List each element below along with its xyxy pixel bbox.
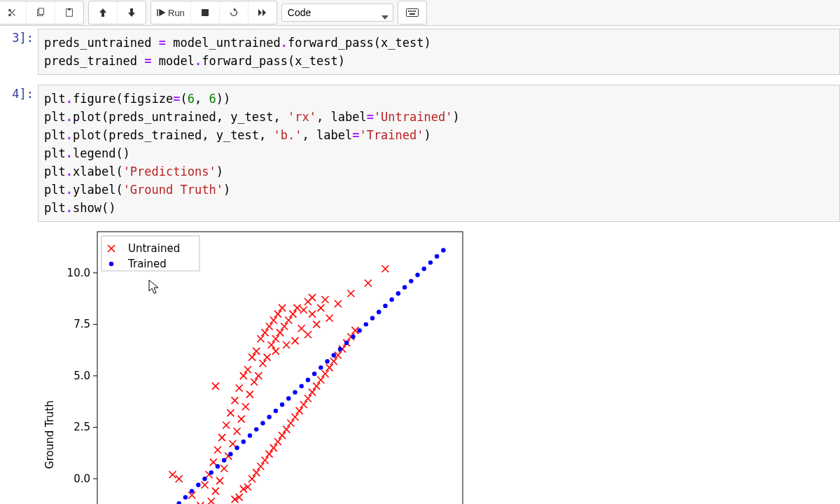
svg-point-295 xyxy=(344,341,349,345)
svg-point-296 xyxy=(351,335,355,339)
svg-point-297 xyxy=(357,328,361,332)
svg-point-298 xyxy=(364,322,368,326)
svg-rect-8 xyxy=(412,10,414,12)
move-down-button[interactable] xyxy=(118,1,146,24)
svg-text:5.0: 5.0 xyxy=(74,370,90,382)
svg-point-303 xyxy=(396,291,400,295)
svg-rect-5 xyxy=(406,9,418,17)
arrow-down-icon xyxy=(127,8,136,18)
svg-point-277 xyxy=(228,451,232,456)
svg-point-280 xyxy=(248,433,252,438)
run-button[interactable]: Run xyxy=(151,1,191,24)
celltype-select[interactable]: Code xyxy=(281,4,393,22)
svg-rect-9 xyxy=(414,10,416,12)
paste-button[interactable] xyxy=(55,1,83,24)
svg-point-275 xyxy=(216,464,220,468)
svg-point-290 xyxy=(312,372,316,376)
svg-rect-10 xyxy=(410,13,415,15)
svg-point-304 xyxy=(402,285,407,289)
svg-point-270 xyxy=(183,495,188,499)
svg-rect-6 xyxy=(408,10,410,12)
fast-forward-icon xyxy=(258,8,267,17)
svg-text:0.0: 0.0 xyxy=(74,472,90,485)
svg-point-278 xyxy=(234,446,239,450)
svg-text:7.5: 7.5 xyxy=(74,318,90,330)
svg-rect-11 xyxy=(97,232,463,504)
svg-point-291 xyxy=(318,365,323,370)
clipboard-group xyxy=(0,1,84,24)
cut-button[interactable] xyxy=(0,1,27,24)
copy-icon xyxy=(36,8,46,18)
svg-point-274 xyxy=(209,470,214,475)
svg-point-307 xyxy=(422,267,426,271)
restart-button[interactable] xyxy=(220,1,248,24)
svg-rect-1 xyxy=(38,8,43,15)
svg-point-288 xyxy=(300,384,304,388)
cell-3-prompt: 3]: xyxy=(0,29,38,75)
svg-text:Untrained: Untrained xyxy=(128,242,180,255)
cell-3-code[interactable]: preds_untrained = model_untrained.forwar… xyxy=(38,29,840,75)
scissors-icon xyxy=(7,8,17,18)
svg-point-281 xyxy=(254,427,258,431)
svg-point-282 xyxy=(260,421,265,425)
svg-point-293 xyxy=(332,353,336,357)
svg-point-301 xyxy=(383,304,387,308)
svg-text:Ground Truth: Ground Truth xyxy=(43,400,56,469)
svg-rect-3 xyxy=(68,8,71,10)
svg-point-279 xyxy=(241,440,246,444)
svg-rect-4 xyxy=(202,9,209,16)
command-palette-button[interactable] xyxy=(398,1,426,24)
cell-4-output: -2.50.02.55.07.510.0Ground TruthUntraine… xyxy=(38,225,840,504)
keyboard-icon xyxy=(406,8,419,17)
restart-icon xyxy=(229,8,239,18)
toolbar: Run Code xyxy=(0,0,840,26)
svg-point-285 xyxy=(280,402,284,407)
copy-button[interactable] xyxy=(27,1,55,24)
svg-point-300 xyxy=(377,310,381,314)
svg-text:10.0: 10.0 xyxy=(67,267,90,279)
command-palette-group xyxy=(398,1,427,24)
svg-point-306 xyxy=(415,273,419,277)
svg-point-308 xyxy=(428,260,433,265)
svg-point-273 xyxy=(202,477,206,481)
svg-point-289 xyxy=(306,378,310,382)
interrupt-button[interactable] xyxy=(191,1,220,24)
svg-point-294 xyxy=(338,346,342,351)
svg-point-272 xyxy=(196,483,200,487)
stop-icon xyxy=(201,8,209,17)
svg-point-271 xyxy=(190,489,194,493)
svg-point-284 xyxy=(274,409,278,413)
move-group xyxy=(88,1,146,24)
restart-run-all-button[interactable] xyxy=(248,1,276,24)
svg-point-287 xyxy=(293,390,297,394)
cell-4-code[interactable]: plt.figure(figsize=(6, 6)) plt.plot(pred… xyxy=(38,85,840,222)
move-up-button[interactable] xyxy=(89,1,118,24)
svg-text:Trained: Trained xyxy=(127,258,167,270)
cell-4-prompt: 4]: xyxy=(0,85,38,222)
svg-point-276 xyxy=(222,458,226,462)
run-icon xyxy=(157,8,165,17)
svg-text:2.5: 2.5 xyxy=(74,421,90,433)
svg-point-302 xyxy=(389,298,393,302)
scatter-plot: -2.50.02.55.07.510.0Ground TruthUntraine… xyxy=(38,225,500,504)
svg-point-286 xyxy=(286,396,290,400)
cell-4: 4]: plt.figure(figsize=(6, 6)) plt.plot(… xyxy=(0,85,840,222)
cell-3: 3]: preds_untrained = model_untrained.fo… xyxy=(0,29,840,75)
chevron-down-icon xyxy=(382,10,388,22)
svg-rect-7 xyxy=(410,10,412,12)
svg-point-309 xyxy=(435,254,439,258)
svg-point-310 xyxy=(441,248,445,252)
run-group: Run xyxy=(150,1,277,24)
celltype-value: Code xyxy=(288,7,311,18)
svg-point-292 xyxy=(325,359,329,363)
paste-icon xyxy=(64,8,74,18)
run-label: Run xyxy=(168,8,185,18)
arrow-up-icon xyxy=(99,8,107,18)
svg-point-283 xyxy=(267,415,271,419)
svg-point-299 xyxy=(370,316,374,320)
svg-point-305 xyxy=(409,279,413,283)
svg-point-315 xyxy=(109,262,113,266)
